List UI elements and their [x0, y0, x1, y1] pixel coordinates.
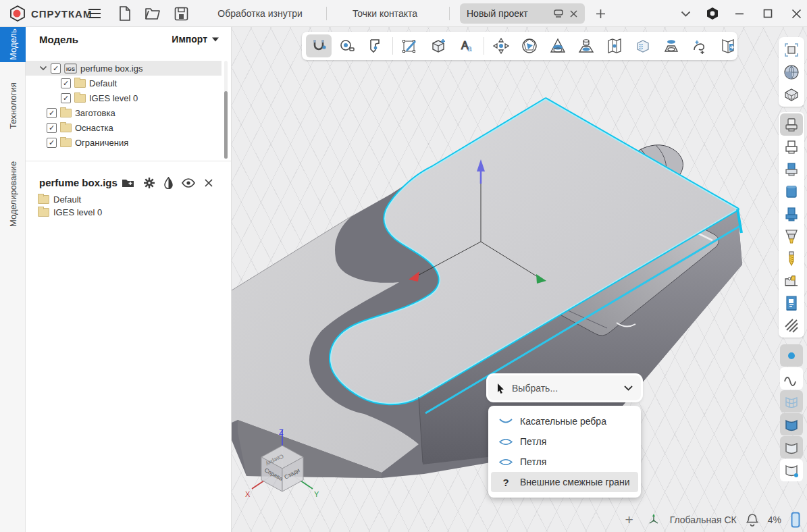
side-tab-technology[interactable]: Технология	[0, 69, 26, 143]
tool-drill-button[interactable]	[780, 247, 803, 269]
project-cone-button[interactable]	[545, 34, 571, 57]
solid-create-button[interactable]	[425, 34, 451, 57]
tree-row-default[interactable]: ✓ Default	[26, 76, 222, 90]
orientation-cube[interactable]: Сверху Справа Сзади Z X Y	[244, 427, 328, 511]
machine-head-button[interactable]	[780, 269, 803, 292]
transform-rotate-button[interactable]	[517, 34, 542, 57]
curve-create-button[interactable]	[687, 34, 712, 57]
view-solid-box-button[interactable]	[780, 83, 803, 105]
coordinate-system-label[interactable]: Глобальная СК	[670, 514, 737, 525]
visibility-eye-icon[interactable]	[182, 178, 195, 188]
mesh-create-button[interactable]	[630, 34, 656, 57]
folder-icon	[74, 79, 86, 88]
close-properties-icon[interactable]	[204, 178, 213, 188]
close-window-button[interactable]	[785, 0, 807, 27]
settings-button[interactable]	[702, 0, 723, 27]
properties-title: perfume box.igs	[39, 177, 118, 188]
filter-curve-button[interactable]	[780, 367, 803, 390]
save-button[interactable]	[169, 0, 193, 27]
silhouette-project-button[interactable]	[658, 34, 684, 57]
measure-caliper-button[interactable]	[363, 34, 388, 57]
unfold-map-button[interactable]	[602, 34, 627, 57]
close-tab-icon[interactable]	[569, 9, 578, 18]
checkbox[interactable]: ✓	[61, 78, 71, 88]
option-loop-2[interactable]: Петля	[491, 452, 638, 472]
tool-holder-button[interactable]	[780, 225, 803, 247]
workpiece-part-button[interactable]	[780, 203, 803, 225]
filter-face-vertex-button[interactable]	[780, 459, 803, 481]
frame-select-button[interactable]	[780, 38, 803, 61]
selection-dropdown-button[interactable]: Выбрать...	[488, 375, 641, 400]
side-tab-model[interactable]: Модель	[0, 27, 26, 62]
filter-surface-sheet-button[interactable]	[780, 436, 803, 458]
settings-gear-icon[interactable]	[143, 177, 155, 189]
workpiece-outline-button[interactable]	[780, 136, 803, 158]
folder-icon	[74, 94, 86, 103]
properties-item-iges[interactable]: IGES level 0	[38, 207, 102, 217]
chevron-expand-icon[interactable]	[39, 65, 47, 71]
snap-magnet-button[interactable]	[306, 34, 332, 57]
scrollbar-thumb[interactable]	[224, 91, 228, 159]
tab-novyi-proekt[interactable]: Новый проект	[460, 3, 585, 24]
igs-file-icon: IGS	[64, 63, 77, 74]
filter-surface-solid-button[interactable]	[780, 413, 803, 435]
screen-icon[interactable]	[553, 9, 564, 18]
new-tab-button[interactable]	[592, 0, 609, 27]
minimize-button[interactable]	[729, 0, 750, 27]
tab-separator	[326, 7, 327, 20]
app-logo	[8, 0, 27, 27]
tree-row-ogranicheniya[interactable]: ✓ Ограничения	[26, 135, 222, 150]
checkbox[interactable]: ✓	[47, 123, 57, 133]
measure-tape-button[interactable]	[334, 34, 360, 57]
toolpath-hatch-button[interactable]	[780, 314, 803, 336]
export-model-button[interactable]	[715, 34, 741, 57]
add-cs-button[interactable]: +	[625, 512, 633, 528]
memory-gauge-icon[interactable]	[791, 512, 800, 528]
option-outer-adjacent-faces[interactable]: ? Внешние смежные грани	[491, 472, 638, 492]
plus-icon	[596, 9, 606, 19]
axis-label-x: X	[245, 490, 251, 498]
workpiece-button[interactable]	[780, 113, 803, 136]
open-file-button[interactable]	[140, 0, 165, 27]
transform-move-button[interactable]	[488, 34, 514, 57]
tree-row-iges-level[interactable]: ✓ IGES level 0	[26, 90, 222, 105]
view-sphere-button[interactable]	[780, 61, 803, 83]
workpiece-cylinder-button[interactable]	[780, 180, 803, 203]
add-to-folder-icon[interactable]	[122, 178, 134, 188]
import-button[interactable]: Импорт	[172, 34, 219, 45]
tree-row-perfume-box[interactable]: ✓ IGS perfume box.igs	[26, 61, 222, 76]
tab-tochki-kontakta[interactable]: Точки контакта	[334, 0, 436, 27]
settings-nut-icon	[706, 7, 719, 20]
tree-row-zagotovka[interactable]: ✓ Заготовка	[26, 105, 222, 120]
new-file-button[interactable]	[113, 0, 136, 27]
viewport-3d[interactable]: Aa	[232, 27, 807, 532]
checkbox[interactable]: ✓	[51, 63, 61, 74]
tree-row-osnastka[interactable]: ✓ Оснастка	[26, 120, 222, 135]
side-tab-modeling[interactable]: Моделирование	[0, 143, 26, 244]
checkbox[interactable]: ✓	[47, 108, 57, 118]
tabs-dropdown-button[interactable]	[675, 0, 696, 27]
tab-obrabotka-iznutri[interactable]: Обработка изнутри	[203, 0, 317, 27]
checkbox[interactable]: ✓	[61, 93, 71, 103]
checkbox[interactable]: ✓	[47, 138, 57, 148]
material-droplet-icon[interactable]	[164, 177, 173, 189]
filter-point-button[interactable]	[780, 344, 803, 367]
coordinate-system-icon[interactable]	[647, 513, 660, 527]
properties-item-default[interactable]: Default	[38, 194, 81, 205]
folder-icon	[60, 109, 72, 117]
main-menu-button[interactable]	[84, 0, 105, 27]
side-tab-strip: Модель Технология Моделирование	[0, 27, 26, 532]
sketch-edit-button[interactable]	[397, 34, 423, 57]
machine-cnc-button[interactable]	[780, 292, 803, 314]
tree-scrollbar[interactable]	[224, 61, 228, 159]
stamp-extrude-button[interactable]	[573, 34, 599, 57]
notifications-bell-icon[interactable]	[746, 513, 758, 527]
zoom-level[interactable]: 4%	[768, 514, 781, 525]
maximize-button[interactable]	[758, 0, 778, 27]
option-loop-1[interactable]: Петля	[491, 431, 638, 452]
text-annotation-button[interactable]: Aa	[454, 34, 479, 57]
workpiece-fixture-button[interactable]	[780, 158, 803, 180]
filter-surface-wire-button[interactable]	[780, 390, 803, 413]
toolbar-separator	[392, 37, 393, 55]
option-tangent-edges[interactable]: Касательные ребра	[491, 411, 638, 431]
